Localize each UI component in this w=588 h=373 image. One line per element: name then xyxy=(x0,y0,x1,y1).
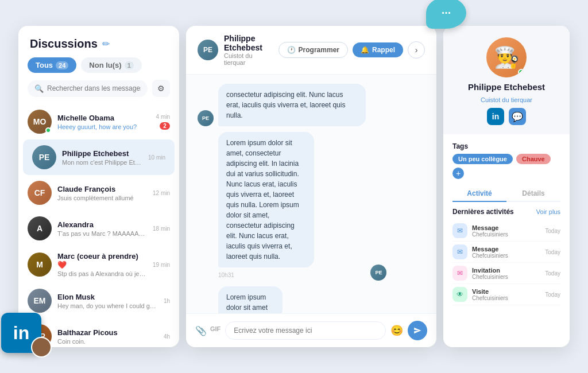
conv-time-balthazar: 4h xyxy=(164,333,170,340)
attachment-icon[interactable]: 📎 xyxy=(195,325,207,336)
conv-name-claude: Claude François xyxy=(57,185,147,193)
msg-bubble-1: consectetur adipiscing elit. Nunc lacus … xyxy=(218,84,366,126)
conv-info-elon: Elon Musk Hey man, do you where I could … xyxy=(57,293,158,309)
avatar-wrap-elon: EM xyxy=(28,289,52,313)
chat-input-icons: 📎 GIF xyxy=(195,325,220,336)
activity-type-3: Visite xyxy=(472,288,540,295)
edit-icon[interactable]: ✏ xyxy=(102,38,110,49)
avatar-wrap-claude: CF xyxy=(28,181,52,205)
conv-time-elon: 1h xyxy=(164,298,170,304)
tags-row: Un peu collègue Chauve + xyxy=(452,154,560,179)
activity-icon-1: ✉ xyxy=(452,244,467,259)
search-input[interactable] xyxy=(47,84,141,92)
linkedin-avatar xyxy=(31,337,52,358)
conv-meta-balthazar: 4h xyxy=(164,333,170,340)
activity-source-0: Chefcuisiniers xyxy=(472,231,540,238)
tab-tous[interactable]: Tous 24 xyxy=(28,57,76,73)
discussions-header: Discussions ✏ xyxy=(18,26,179,57)
tabs-row: Tous 24 Non lu(s) 1 xyxy=(18,57,179,80)
conv-time-marc: 19 min xyxy=(153,262,170,268)
activity-date-3: Today xyxy=(545,292,560,298)
msg-time-2: 10h31 xyxy=(218,272,366,278)
activity-type-0: Message xyxy=(472,224,540,231)
tag-chauve: Chauve xyxy=(516,154,551,164)
conv-name-michelle: Michelle Obama xyxy=(57,114,150,122)
conv-time-philippe: 10 min xyxy=(148,154,165,161)
conv-preview-balthazar: Coin coin. xyxy=(57,338,158,345)
activity-title: Dernières activités xyxy=(452,208,514,216)
conv-item-philippe[interactable]: PE Philippe Etchebest Mon nom c'est Phil… xyxy=(23,139,175,175)
activity-item-3: 👁 Visite Chefcuisiniers Today xyxy=(452,284,560,305)
activity-source-1: Chefcuisiniers xyxy=(472,252,540,259)
filter-button[interactable]: ⚙ xyxy=(152,80,170,97)
activity-date-0: Today xyxy=(545,228,560,234)
conv-info-philippe: Philippe Etchebest Mon nom c'est Philipp… xyxy=(62,149,142,166)
linkedin-social-button[interactable]: in xyxy=(487,108,504,125)
activity-item-0: ✉ Message Chefcuisiniers Today xyxy=(452,220,560,242)
emoji-button[interactable]: 😊 xyxy=(390,324,403,337)
nav-next-button[interactable]: › xyxy=(408,41,425,59)
conv-meta-marc: 19 min xyxy=(153,262,170,268)
activity-icon-0: ✉ xyxy=(452,223,467,238)
tab-nonlus[interactable]: Non lu(s) 1 xyxy=(81,57,141,73)
conv-info-balthazar: Balthazar Picous Coin coin. xyxy=(57,328,158,345)
search-wrapper: 🔍 xyxy=(28,80,148,97)
voir-plus-link[interactable]: Voir plus xyxy=(536,208,560,215)
conv-preview-philippe: Mon nom c'est Philippe Etchebest xyxy=(62,159,142,166)
avatar-elon: EM xyxy=(28,289,52,313)
avatar-claude: CF xyxy=(28,181,52,205)
chat-bubble-decoration: ··· xyxy=(426,0,466,29)
msg-avatar-1: PE xyxy=(198,110,214,126)
search-row: 🔍 ⚙ xyxy=(18,80,179,104)
conv-info-claude: Claude François Jsuis complètement allum… xyxy=(57,185,147,201)
tag-add-button[interactable]: + xyxy=(452,168,464,179)
tab-activite[interactable]: Activité xyxy=(452,186,506,202)
chat-header-sub: Cuistot du tierquar xyxy=(224,52,273,66)
activity-tabs: Activité Détails xyxy=(452,186,560,202)
conv-item-marc[interactable]: M Marc (coeur à prendre) ❤️ Stp dis pas … xyxy=(18,246,179,283)
activity-icon-3: 👁 xyxy=(452,287,467,302)
conv-name-elon: Elon Musk xyxy=(57,293,158,301)
conv-name-marc: Marc (coeur à prendre) ❤️ xyxy=(57,252,147,269)
msg-bubble-2: Lorem ipsum dolor sit amet, consectetur … xyxy=(218,132,314,267)
activity-text-0: Message Chefcuisiniers xyxy=(472,224,540,238)
tous-badge: 24 xyxy=(56,61,68,69)
chat-header: PE Philippe Etchebest Cuistot du tierqua… xyxy=(186,26,436,75)
rappel-button[interactable]: 🔔 Rappel xyxy=(353,42,403,57)
activity-item-2: ✉ Invitation Chefcuisiniers Today xyxy=(452,263,560,284)
profile-sub: Cuistot du tierquar xyxy=(481,96,532,103)
chat-header-info: Philippe Etchebest Cuistot du tierquar xyxy=(224,34,273,66)
conv-item-claude[interactable]: CF Claude François Jsuis complètement al… xyxy=(18,175,179,211)
conv-item-alexandra[interactable]: A Alexandra T'as pas vu Marc ? MAAAAAAAR… xyxy=(18,211,179,246)
activity-item-1: ✉ Message Chefcuisiniers Today xyxy=(452,242,560,263)
activity-date-2: Today xyxy=(545,270,560,277)
conv-preview-claude: Jsuis complètement allumé xyxy=(57,195,147,201)
search-icon: 🔍 xyxy=(34,84,44,93)
send-button[interactable] xyxy=(408,321,427,340)
conv-meta-michelle: 4 min 2 xyxy=(156,114,170,130)
chat-panel: PE Philippe Etchebest Cuistot du tierqua… xyxy=(186,26,436,347)
chat-header-avatar: PE xyxy=(198,40,218,60)
conversations-list: MO Michelle Obama Heeey guuurt, how are … xyxy=(18,104,179,347)
conv-info-marc: Marc (coeur à prendre) ❤️ Stp dis pas à … xyxy=(57,252,147,277)
programmer-button[interactable]: 🕐 Programmer xyxy=(278,42,348,58)
msg-bubble-3: Lorem ipsum dolor sit amet xyxy=(218,286,283,313)
activity-header: Dernières activités Voir plus xyxy=(452,208,560,216)
avatar-wrap-alexandra: A xyxy=(28,216,52,240)
avatar-wrap-philippe: PE xyxy=(32,145,56,169)
conv-item-michelle[interactable]: MO Michelle Obama Heeey guuurt, how are … xyxy=(18,104,179,139)
chat-header-name: Philippe Etchebest xyxy=(224,34,273,52)
avatar-philippe: PE xyxy=(32,145,56,169)
conv-time-michelle: 4 min xyxy=(156,114,170,120)
chat-input[interactable] xyxy=(225,321,386,340)
conv-item-elon[interactable]: EM Elon Musk Hey man, do you where I cou… xyxy=(18,283,179,318)
conv-info-alexandra: Alexandra T'as pas vu Marc ? MAAAAAAARC xyxy=(57,220,147,237)
activity-date-1: Today xyxy=(545,249,560,255)
profile-name: Philippe Etchebest xyxy=(468,82,545,92)
conv-meta-alexandra: 18 min xyxy=(153,226,170,232)
gif-icon[interactable]: GIF xyxy=(210,325,220,336)
activity-type-1: Message xyxy=(472,246,540,252)
activity-icon-2: ✉ xyxy=(452,266,467,281)
tab-details[interactable]: Détails xyxy=(506,186,560,201)
chat-social-button[interactable]: 💬 xyxy=(509,108,526,125)
